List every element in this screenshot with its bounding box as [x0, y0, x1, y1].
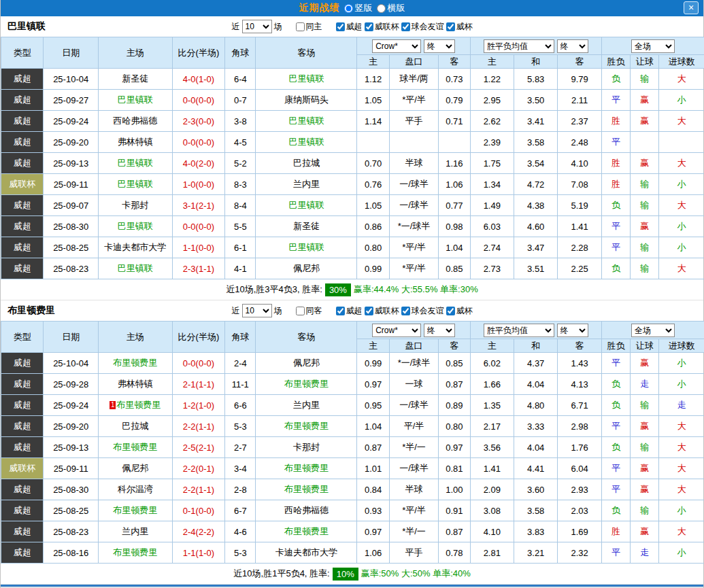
same-side-checkbox[interactable]: [296, 22, 305, 31]
match-row[interactable]: 威超25-09-13巴里镇联4-0(2-0)5-2巴拉城0.70半球1.161.…: [1, 153, 704, 174]
match-date: 25-08-16: [44, 542, 99, 564]
match-row[interactable]: 威超25-09-24西哈弗福德2-3(0-0)3-8巴里镇联1.14平手0.71…: [1, 111, 704, 132]
match-row[interactable]: 威超25-09-241布里顿费里1-2(1-0)6-6兰内里0.95一/球半0.…: [1, 395, 704, 416]
period-select[interactable]: 全场: [631, 39, 675, 53]
league-filter-cup[interactable]: 威杯: [446, 21, 473, 33]
avg-win: 3.08: [470, 500, 514, 521]
odds-company-select[interactable]: Crow*: [372, 39, 421, 53]
corner-score: 4-6: [225, 521, 256, 542]
col-odds-away: 客: [439, 339, 470, 353]
same-side-filter[interactable]: 同客: [296, 305, 322, 317]
league-filter-cup-checkbox[interactable]: [446, 307, 455, 315]
handicap-odds-home: 0.87: [357, 437, 389, 458]
match-row[interactable]: 威联杯25-09-11巴里镇联1-0(0-0)8-3兰内里0.76一/球半1.0…: [1, 174, 704, 195]
league-type-badge: 威超: [1, 479, 44, 500]
league-filter-friendly[interactable]: 球会友谊: [401, 21, 444, 33]
match-row[interactable]: 威超25-09-07卡那封3-1(2-1)8-4巴里镇联1.05一/球半0.77…: [1, 195, 704, 216]
avg-win: 2.73: [470, 258, 514, 279]
match-row[interactable]: 威超25-08-16布里顿费里1-1(1-0)5-3卡迪夫都市大学1.06平手0…: [1, 542, 704, 564]
match-row[interactable]: 威联杯25-09-11佩尼邦2-2(0-1)3-4布里顿费里1.01一/球半0.…: [1, 458, 704, 479]
league-filter-super[interactable]: 威超: [336, 21, 363, 33]
odds-time-select[interactable]: 终: [424, 39, 455, 53]
league-filter-leaguecup[interactable]: 威联杯: [365, 305, 399, 317]
avg-lose: 5.19: [558, 195, 601, 216]
handicap-odds-away: 0.87: [439, 521, 470, 542]
handicap-line: *平/半: [389, 237, 438, 258]
col-home: 主场: [98, 322, 172, 353]
odds-time-select[interactable]: 终: [424, 324, 455, 337]
league-filter-friendly-checkbox[interactable]: [401, 307, 410, 315]
handicap-result-cell: 输: [631, 258, 659, 279]
goals-cell: 大: [659, 258, 704, 279]
half-score: 0-1(0-0): [172, 500, 225, 521]
col-corner: 角球: [225, 322, 256, 353]
match-row[interactable]: 威超25-10-04布里顿费里0-0(0-0)2-4佩尼邦0.99*一/球半0.…: [1, 353, 704, 374]
corner-score: 2-4: [225, 353, 256, 374]
match-row[interactable]: 威超25-08-25卡迪夫都市大学1-1(0-0)6-1巴里镇联0.80*平/半…: [1, 237, 704, 258]
home-team: 弗林特镇: [98, 374, 172, 395]
avg-draw: 3.50: [514, 90, 558, 111]
home-team: 布里顿费里: [98, 437, 172, 458]
half-score: 1-0(0-0): [172, 174, 225, 195]
avg-type-select[interactable]: 胜平负均值: [484, 324, 554, 337]
goals-cell: 大: [659, 153, 704, 174]
matches-table: 类型 日期 主场 比分(半场) 角球 客场 Crow* 终 胜平负均值 终: [1, 37, 704, 279]
result-cell: 负: [601, 195, 630, 216]
match-row[interactable]: 威超25-09-20巴拉城2-2(1-1)5-3布里顿费里1.04平/半0.80…: [1, 416, 704, 437]
match-row[interactable]: 威超25-08-30科尔温湾2-2(1-1)2-8布里顿费里0.84半球1.00…: [1, 479, 704, 500]
corner-score: 8-4: [225, 195, 256, 216]
corner-score: 5-5: [225, 216, 256, 237]
avg-win: 1.22: [470, 69, 514, 90]
league-filter-leaguecup-checkbox[interactable]: [365, 307, 373, 315]
match-row[interactable]: 威超25-09-28弗林特镇2-1(1-1)11-1布里顿费里0.97一球0.8…: [1, 374, 704, 395]
match-count-select[interactable]: 10: [242, 20, 272, 33]
odds-company-select[interactable]: Crow*: [372, 324, 421, 337]
layout-horizontal-label: 横版: [388, 2, 405, 14]
avg-draw: 3.47: [514, 237, 558, 258]
layout-vertical-radio[interactable]: [344, 4, 353, 13]
same-side-checkbox[interactable]: [296, 307, 305, 315]
home-team: 新圣徒: [98, 69, 172, 90]
match-row[interactable]: 威超25-08-23兰内里2-4(2-2)4-6布里顿费里0.97*半/一0.8…: [1, 521, 704, 542]
league-filter-leaguecup-checkbox[interactable]: [365, 22, 373, 31]
handicap-odds-away: 0.98: [439, 216, 470, 237]
away-team: 新圣徒: [256, 216, 357, 237]
same-side-filter[interactable]: 同主: [296, 21, 322, 33]
avg-time-select[interactable]: 终: [557, 324, 588, 337]
league-type-badge: 威超: [1, 216, 44, 237]
period-select[interactable]: 全场: [631, 324, 675, 337]
match-row[interactable]: 威超25-09-20弗林特镇0-0(0-0)4-5巴里镇联2.393.582.4…: [1, 132, 704, 153]
period-controls: 全场: [601, 322, 704, 339]
layout-horizontal-radio[interactable]: [377, 4, 386, 13]
league-type-badge: 威超: [1, 90, 44, 111]
league-filter-cup-checkbox[interactable]: [446, 22, 455, 31]
layout-horizontal-option[interactable]: 横版: [377, 2, 405, 14]
match-count-select[interactable]: 10: [242, 304, 272, 317]
col-home: 主场: [98, 37, 172, 69]
home-team: 兰内里: [98, 521, 172, 542]
league-filter-super[interactable]: 威超: [336, 305, 363, 317]
odds-controls: Crow* 终: [357, 37, 470, 55]
close-icon[interactable]: ×: [684, 1, 699, 14]
match-row[interactable]: 威超25-08-23巴里镇联2-3(1-1)4-1佩尼邦0.99*平/半0.85…: [1, 258, 704, 279]
league-filter-super-checkbox[interactable]: [336, 307, 345, 315]
league-filter-super-checkbox[interactable]: [336, 22, 345, 31]
handicap-result-cell: 赢: [631, 90, 659, 111]
avg-time-select[interactable]: 终: [557, 39, 588, 53]
match-row[interactable]: 威超25-09-27巴里镇联0-0(0-0)0-7康纳斯码头1.05*平/半0.…: [1, 90, 704, 111]
match-row[interactable]: 威超25-10-04新圣徒4-0(1-0)6-4巴里镇联1.12球半/两0.73…: [1, 69, 704, 90]
league-filter-friendly-checkbox[interactable]: [401, 22, 410, 31]
league-filter-cup[interactable]: 威杯: [446, 305, 473, 317]
same-side-label: 同主: [306, 21, 322, 33]
match-row[interactable]: 威超25-09-13布里顿费里2-5(2-1)2-7卡那封0.87*半/一0.9…: [1, 437, 704, 458]
match-row[interactable]: 威超25-08-25布里顿费里0-1(0-0)6-7西哈弗福德0.93*平/半0…: [1, 500, 704, 521]
league-filter-friendly[interactable]: 球会友谊: [401, 305, 444, 317]
match-date: 25-10-04: [44, 353, 99, 374]
match-row[interactable]: 威超25-08-30巴里镇联0-0(0-0)5-5新圣徒0.86*一/球半0.9…: [1, 216, 704, 237]
league-filter-leaguecup[interactable]: 威联杯: [365, 21, 399, 33]
handicap-odds-away: 0.85: [439, 258, 470, 279]
handicap-line: 半球: [389, 479, 438, 500]
avg-type-select[interactable]: 胜平负均值: [484, 39, 554, 53]
layout-vertical-option[interactable]: 竖版: [344, 2, 373, 14]
league-type-badge: 威超: [1, 521, 44, 542]
